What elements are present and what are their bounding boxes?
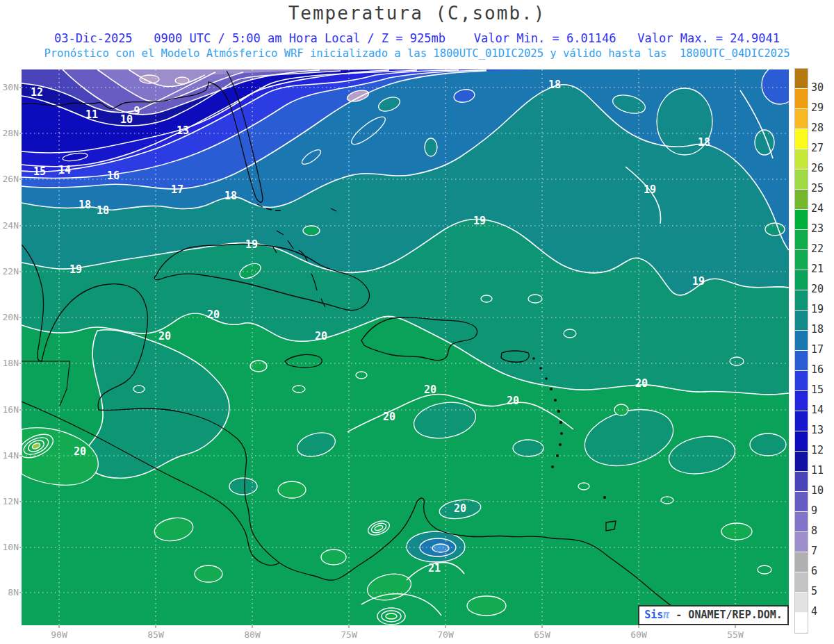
lon-label: 75W [341, 629, 357, 640]
contour-label: 18 [79, 199, 91, 211]
colorbar-tick: 6 [811, 565, 817, 577]
contour-label: 17 [171, 183, 183, 196]
weather-map-page: Temperatura (C,somb.) 03-Dic-2025 0900 U… [0, 0, 834, 644]
colorbar-tick: 10 [811, 484, 824, 497]
colorbar-tick: 5 [811, 585, 817, 597]
colorbar-segment [795, 210, 808, 230]
contour-label: 18 [97, 204, 109, 217]
colorbar-tick: 12 [811, 444, 824, 456]
contour-label: 20 [207, 308, 220, 321]
colorbar-segment [795, 613, 808, 633]
colorbar-tick: 20 [811, 283, 824, 295]
contour-label: 19 [692, 275, 705, 288]
lat-label: 12N [0, 496, 19, 506]
colorbar-segment [795, 69, 808, 89]
lat-tick [19, 363, 22, 364]
colorbar-tick: 15 [811, 383, 824, 396]
branding-box: Sisπ - ONAMET/REP.DOM. [638, 605, 789, 625]
contour-label: 20 [74, 445, 86, 458]
lat-label: 10N [0, 542, 19, 552]
valid-time-line: 03-Dic-2025 0900 UTC / 5:00 am Hora Loca… [0, 31, 834, 45]
lat-tick [19, 271, 22, 272]
colorbar-tick: 14 [811, 404, 824, 416]
colorbar-tick: 23 [811, 222, 824, 235]
contour-label: 20 [158, 330, 171, 342]
colorbar-segment [795, 270, 808, 290]
lon-label: 80W [244, 629, 260, 640]
contour-label: 20 [635, 377, 648, 390]
colorbar-segment [795, 391, 808, 411]
lat-label: 22N [0, 266, 19, 276]
colorbar-segment [795, 351, 808, 371]
colorbar-tick: 4 [811, 605, 817, 618]
branding-org: - ONAMET/REP.DOM. [669, 609, 783, 621]
contour-label: 18 [548, 79, 561, 91]
colorbar-segment [795, 129, 808, 149]
colorbar-segment [795, 331, 808, 351]
temperature-field-svg [22, 69, 789, 625]
colorbar-segment [795, 109, 808, 129]
contour-label: 21 [428, 562, 441, 575]
lat-tick [19, 225, 22, 226]
colorbar-tick: 17 [811, 343, 824, 356]
contour-label: 19 [644, 183, 656, 196]
lat-tick [19, 133, 22, 134]
colorbar-segment [795, 492, 808, 512]
lon-label: 85W [147, 629, 163, 640]
colorbar-segment [795, 512, 808, 532]
lon-label: 55W [727, 629, 743, 640]
colorbar-tick: 25 [811, 182, 824, 195]
lon-tick [155, 625, 156, 628]
colorbar-segment [795, 250, 808, 270]
colorbar-segment [795, 290, 808, 311]
lat-label: 8N [0, 587, 19, 597]
contour-label: 9 [133, 105, 140, 117]
colorbar-tick: 30 [811, 81, 824, 94]
colorbar-tick: 21 [811, 263, 824, 275]
contour-label: 20 [507, 395, 519, 407]
lon-label: 65W [534, 629, 550, 640]
contour-label: 10 [120, 113, 133, 126]
colorbar-tick: 8 [811, 525, 817, 537]
colorbar-segment [795, 411, 808, 431]
colorbar-tick: 28 [811, 122, 824, 134]
contour-label: 20 [315, 330, 327, 342]
lon-tick [735, 625, 736, 628]
colorbar-segment [795, 230, 808, 250]
lon-tick [638, 625, 639, 628]
lon-tick [541, 625, 543, 628]
lat-tick [19, 455, 22, 456]
colorbar-segment [795, 472, 808, 492]
colorbar-segment [795, 552, 808, 572]
contour-label: 19 [245, 238, 258, 251]
colorbar-tick: 19 [811, 303, 824, 315]
colorbar-tick: 16 [811, 363, 824, 376]
colorbar-tick: 22 [811, 242, 824, 255]
lat-label: 20N [0, 312, 19, 322]
colorbar-segment [795, 311, 808, 331]
pi-symbol-icon: π [663, 609, 669, 621]
branding-sis: Sis [644, 609, 663, 621]
contour-label: 19 [70, 263, 82, 276]
contour-label: 14 [58, 164, 71, 176]
lat-tick [19, 409, 22, 411]
colorbar-tick: 18 [811, 323, 824, 336]
lat-label: 14N [0, 450, 19, 461]
lat-label: 18N [0, 358, 19, 368]
colorbar-tick: 9 [811, 504, 817, 517]
map-area: 1211910131514161718181818181919191919202… [22, 69, 789, 625]
contour-label: 12 [31, 86, 43, 99]
colorbar-segment [795, 89, 808, 109]
lon-label: 90W [51, 629, 67, 640]
model-init-line: Pronóstico con el Modelo Atmósferico WRF… [0, 47, 834, 60]
contour-label: 18 [698, 136, 710, 149]
colorbar-segment [795, 572, 808, 593]
contour-label: 13 [177, 124, 189, 137]
colorbar-tick: 11 [811, 464, 824, 477]
lat-label: 28N [0, 128, 19, 138]
contour-label: 11 [85, 108, 98, 121]
lon-label: 70W [437, 629, 453, 640]
lat-tick [19, 179, 22, 180]
contour-label: 20 [383, 411, 395, 423]
colorbar [794, 68, 808, 634]
